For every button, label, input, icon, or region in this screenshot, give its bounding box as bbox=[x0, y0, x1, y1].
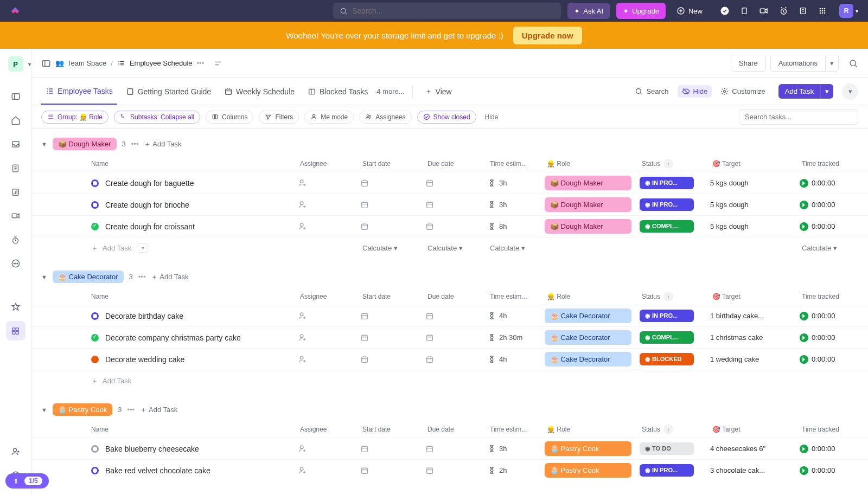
time-estimate-cell[interactable]: 4h bbox=[488, 312, 545, 320]
target-cell[interactable]: 5 kgs dough bbox=[710, 179, 800, 187]
col-name[interactable]: Name bbox=[91, 160, 300, 168]
status-dot[interactable] bbox=[91, 356, 99, 363]
play-icon[interactable] bbox=[800, 355, 808, 364]
status-dot[interactable] bbox=[91, 179, 99, 187]
assignee-cell[interactable] bbox=[298, 466, 360, 475]
calculate-button[interactable]: Calculate ▾ bbox=[490, 244, 547, 252]
task-name[interactable]: Bake red velvet chocolate cake bbox=[105, 466, 298, 475]
start-date-cell[interactable] bbox=[360, 445, 425, 453]
breadcrumb-more-icon[interactable]: ••• bbox=[197, 59, 205, 67]
assignee-cell[interactable] bbox=[298, 355, 360, 364]
video-icon[interactable] bbox=[759, 6, 769, 16]
col-time-tracked[interactable]: Time tracked bbox=[802, 293, 868, 300]
add-task-dropdown[interactable]: ▾ bbox=[820, 84, 833, 99]
start-date-cell[interactable] bbox=[360, 179, 425, 188]
target-cell[interactable]: 4 cheesecakes 6" bbox=[710, 445, 800, 453]
target-cell[interactable]: 5 kgs dough bbox=[710, 222, 800, 230]
due-date-cell[interactable] bbox=[425, 445, 488, 453]
start-date-cell[interactable] bbox=[360, 201, 425, 209]
task-row[interactable]: Create dough for croissant 8h 📦 Dough Ma… bbox=[31, 215, 868, 237]
assignee-cell[interactable] bbox=[298, 222, 360, 231]
group-label[interactable]: 🎂 Cake Decorator bbox=[53, 271, 124, 283]
time-estimate-cell[interactable]: 8h bbox=[488, 222, 545, 230]
chevron-down-icon[interactable]: ▾ bbox=[138, 243, 148, 253]
task-search-input[interactable] bbox=[739, 109, 858, 125]
task-name[interactable]: Decorate company christmas party cake bbox=[105, 333, 298, 342]
assignee-cell[interactable] bbox=[298, 444, 360, 453]
start-date-cell[interactable] bbox=[360, 333, 425, 342]
assignee-cell[interactable] bbox=[298, 200, 360, 209]
time-estimate-cell[interactable]: 3h bbox=[488, 201, 545, 209]
role-cell[interactable]: 📦 Dough Maker bbox=[545, 197, 640, 212]
assignee-cell[interactable] bbox=[298, 178, 360, 188]
filters-chip[interactable]: Filters bbox=[259, 111, 299, 124]
add-view-button[interactable]: ＋View bbox=[420, 78, 456, 105]
time-tracked-cell[interactable]: 0:00:00 bbox=[800, 179, 868, 188]
status-cell[interactable]: ◉ TO DO bbox=[640, 442, 710, 455]
group-add-task[interactable]: ＋ Add Task bbox=[140, 405, 177, 415]
due-date-cell[interactable] bbox=[425, 355, 488, 364]
sidebar-toggle-icon[interactable] bbox=[41, 59, 51, 68]
target-cell[interactable]: 1 birthday cake... bbox=[710, 312, 800, 320]
status-dot[interactable] bbox=[91, 334, 99, 342]
task-row[interactable]: Create dough for baguette 3h 📦 Dough Mak… bbox=[31, 172, 868, 194]
clipboard-icon[interactable] bbox=[739, 6, 749, 16]
global-search-input[interactable] bbox=[352, 7, 554, 15]
automations-dropdown[interactable]: ▾ bbox=[826, 55, 839, 72]
app-logo[interactable] bbox=[10, 5, 21, 16]
time-tracked-cell[interactable]: 0:00:00 bbox=[800, 333, 868, 342]
task-name[interactable]: Bake blueberry cheesecake bbox=[105, 445, 298, 453]
add-task-row[interactable]: ＋Add Task▾ Calculate ▾ Calculate ▾ Calcu… bbox=[31, 237, 868, 259]
show-closed-chip[interactable]: Show closed bbox=[417, 111, 476, 124]
task-row[interactable]: Decorate wedding cake 4h 🎂 Cake Decorato… bbox=[31, 348, 868, 370]
spaces-icon[interactable] bbox=[6, 321, 25, 340]
sort-up-icon[interactable]: ↑ bbox=[663, 159, 673, 169]
status-cell[interactable]: ◉ COMPL... bbox=[640, 331, 710, 344]
col-assignee[interactable]: Assignee bbox=[300, 293, 362, 300]
col-time-estimate[interactable]: Time estim... bbox=[490, 426, 547, 433]
task-row[interactable]: Bake red velvet chocolate cake 2h 🧁 Past… bbox=[31, 459, 868, 481]
workspace-badge[interactable]: P bbox=[8, 56, 23, 72]
play-icon[interactable] bbox=[800, 466, 808, 475]
customize-action[interactable]: Customize bbox=[716, 85, 769, 98]
invite-icon[interactable] bbox=[6, 442, 25, 461]
status-dot[interactable] bbox=[91, 223, 99, 230]
global-search[interactable] bbox=[333, 3, 561, 19]
col-target[interactable]: 🎯 Target bbox=[712, 160, 802, 168]
time-estimate-cell[interactable]: 3h bbox=[488, 445, 545, 453]
status-cell[interactable]: ◉ BLOCKED bbox=[640, 353, 710, 365]
calculate-button[interactable]: Calculate ▾ bbox=[427, 244, 490, 252]
more-icon[interactable] bbox=[6, 254, 25, 273]
due-date-cell[interactable] bbox=[425, 179, 488, 188]
time-tracked-cell[interactable]: 0:00:00 bbox=[800, 466, 868, 475]
check-circle-icon[interactable] bbox=[720, 6, 730, 16]
columns-chip[interactable]: Columns bbox=[206, 111, 253, 124]
status-cell[interactable]: ◉ COMPL... bbox=[640, 220, 710, 233]
status-cell[interactable]: ◉ IN PRO... bbox=[640, 177, 710, 189]
time-estimate-cell[interactable]: 2h 30m bbox=[488, 333, 545, 342]
status-dot[interactable] bbox=[91, 445, 99, 453]
assignee-cell[interactable] bbox=[298, 333, 360, 342]
col-time-estimate[interactable]: Time estim... bbox=[490, 293, 547, 300]
target-cell[interactable]: 1 christmas cake bbox=[710, 333, 800, 342]
role-cell[interactable]: 📦 Dough Maker bbox=[545, 176, 640, 190]
col-role[interactable]: 👷 Role bbox=[547, 426, 642, 433]
group-more-icon[interactable]: ••• bbox=[138, 273, 146, 281]
col-name[interactable]: Name bbox=[91, 293, 300, 300]
start-date-cell[interactable] bbox=[360, 355, 425, 364]
time-tracked-cell[interactable]: 0:00:00 bbox=[800, 355, 868, 364]
me-mode-chip[interactable]: Me mode bbox=[304, 111, 354, 124]
col-due-date[interactable]: Due date bbox=[427, 160, 490, 168]
due-date-cell[interactable] bbox=[425, 466, 488, 475]
due-date-cell[interactable] bbox=[425, 201, 488, 209]
time-tracked-cell[interactable]: 0:00:00 bbox=[800, 312, 868, 320]
assignee-cell[interactable] bbox=[298, 311, 360, 320]
account-menu[interactable]: R ▾ bbox=[834, 4, 858, 18]
sort-up-icon[interactable]: ↑ bbox=[663, 425, 673, 434]
page-search-icon[interactable] bbox=[848, 59, 858, 68]
docs-icon[interactable] bbox=[6, 158, 25, 178]
share-button[interactable]: Share bbox=[731, 55, 766, 72]
new-button[interactable]: New bbox=[672, 3, 707, 19]
play-icon[interactable] bbox=[800, 222, 808, 231]
role-cell[interactable]: 🧁 Pastry Cook bbox=[545, 441, 640, 456]
